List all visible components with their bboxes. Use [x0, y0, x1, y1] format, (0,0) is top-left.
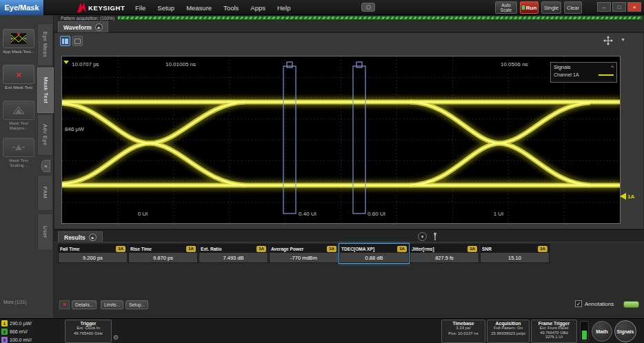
layout-grid-view-button[interactable] [72, 36, 83, 46]
pattern-acquisition-strip: Pattern acquisition: (100%) [58, 15, 643, 21]
annotation-level-marker: 846 µW [65, 126, 84, 132]
source-badge: 1A [467, 246, 477, 252]
acquisition-status-box[interactable]: Acquisition Full Pattern: On 25.96939023… [487, 320, 530, 343]
mask-test-scaling-icon [3, 138, 34, 157]
left-sidebar: App Mask Test... × Exit Mask Test Mask T… [0, 15, 54, 318]
mask-test-margins-icon [3, 101, 34, 120]
sidebar-tab-adv-eye[interactable]: Adv Eye [37, 114, 53, 156]
menu-measure[interactable]: Measure [186, 4, 212, 12]
restore-icon[interactable]: □ [612, 2, 626, 12]
pin-icon[interactable] [432, 232, 439, 241]
x-label-040ui: 0.40 UI [299, 211, 316, 217]
waveform-panel: ▼ [54, 32, 644, 229]
results-footer: × Details... Limits... Setup... ✓ Annota… [54, 298, 644, 311]
source-badge: 1A [116, 246, 125, 252]
sidebar-tab-user[interactable]: User [37, 214, 53, 251]
legend-title: Signals [554, 64, 571, 70]
menu-setup[interactable]: Setup [157, 4, 174, 12]
app-mask-test-icon [3, 29, 34, 48]
measurement-fall-time[interactable]: Fall Time1A 9.200 ps [58, 244, 128, 263]
pattern-acquisition-progress-bar [117, 16, 643, 20]
status-bar: 1 290.0 µW/ 2 866 mV/ 3 100.0 mV/ Trigge… [0, 318, 644, 343]
signals-button[interactable]: Signals [614, 320, 636, 342]
eye-diagram: 10.0707 ps 10.01005 ns 10.0506 ns 846 µW… [62, 56, 620, 223]
timebase-status-box[interactable]: Timebase 3.33 ps/ Pos: 10.0137 ns [441, 320, 485, 343]
minimize-icon[interactable]: – [597, 2, 611, 12]
waveform-play-icon[interactable]: ▶ [95, 23, 103, 31]
math-button[interactable]: Math [592, 321, 612, 342]
channel-scale-row[interactable]: 1 290.0 µW/ [1, 320, 32, 327]
signals-legend[interactable]: Signals ^ Channel 1A [550, 62, 617, 83]
mode-button[interactable]: Eye/Mask [0, 0, 44, 15]
measurement-cells: Fall Time1A 9.200 ps Rise Time1A 9.870 p… [58, 244, 550, 263]
frame-trigger-status-box[interactable]: Frame Trigger Ext: Front Panel 49.766470… [531, 320, 577, 343]
source-badge: 1A [538, 246, 547, 252]
menu-tools[interactable]: Tools [223, 4, 239, 12]
layout-single-view-button[interactable] [60, 36, 70, 46]
channel-scale-row[interactable]: 3 100.0 mV/ [1, 336, 32, 343]
sidebar-item-app-mask-test[interactable]: App Mask Test... [2, 29, 35, 54]
legend-channel-swatch [598, 74, 614, 76]
legend-collapse-icon[interactable]: ^ [611, 64, 614, 70]
results-panel: Results ▶ ▾ Fall Time1A 9.200 ps Rise Ti… [54, 229, 644, 318]
menu-file[interactable]: File [135, 4, 145, 12]
x-label-060ui: 0.60 UI [368, 211, 385, 217]
annotations-color-button[interactable] [623, 301, 639, 308]
keysight-logo-icon [77, 3, 86, 12]
menu-apps[interactable]: Apps [250, 4, 265, 12]
legend-channel-label: Channel 1A [554, 72, 579, 77]
sidebar-item-exit-mask-test[interactable]: × Exit Mask Test [2, 65, 35, 90]
x-label-1ui: 1 UI [494, 211, 504, 217]
menu-help[interactable]: Help [277, 4, 291, 12]
annotations-checkbox[interactable]: ✓ [575, 300, 582, 307]
sidebar-item-mask-test-scaling[interactable]: Mask Test Scaling... [2, 138, 35, 168]
pan-tool-icon[interactable] [603, 36, 613, 45]
sidebar-collapse-icon[interactable]: « [41, 160, 50, 172]
auto-scale-button[interactable]: Auto Scale [495, 1, 517, 14]
measurement-rise-time[interactable]: Rise Time1A 9.870 ps [128, 244, 198, 263]
run-button[interactable]: Run [520, 1, 539, 14]
acquisition-level-indicator [580, 321, 589, 342]
tab-waveform[interactable]: Waveform ▶ [58, 21, 108, 32]
source-badge: 1A [327, 246, 336, 252]
x-label-0ui: 0 UI [138, 211, 148, 217]
run-status-icon [522, 6, 525, 10]
sidebar-tab-pam[interactable]: PAM [37, 175, 53, 211]
screenshot-camera-icon[interactable] [361, 3, 375, 12]
channel-scale-row[interactable]: 2 866 mV/ [1, 328, 28, 335]
measurement-ext-ratio[interactable]: Ext. Ratio1A 7.493 dB [199, 244, 268, 263]
tdec-measurement-windows[interactable] [283, 62, 365, 214]
channel-1a-marker[interactable]: 1A [620, 193, 634, 200]
measurement-tdec-oma-xp[interactable]: TDEC[OMA XP]1A 0.88 dB [339, 244, 409, 263]
sidebar-item-mask-test-margins[interactable]: Mask Test Margins... [2, 101, 35, 131]
eye-trace-channel-1a [62, 102, 620, 185]
channel-2-icon: 2 [1, 329, 8, 335]
annotations-toggle[interactable]: ✓ Annotations [575, 300, 614, 307]
single-button[interactable]: Single [541, 1, 561, 14]
measurement-jitter-rms[interactable]: Jitter[rms]1A 827.5 fs [410, 244, 479, 263]
limits-button[interactable]: Limits... [101, 300, 123, 309]
gear-icon[interactable]: ⚙ [113, 334, 119, 341]
channel-1-icon: 1 [1, 320, 8, 326]
setup-button[interactable]: Setup... [125, 300, 148, 309]
results-play-icon[interactable]: ▶ [89, 233, 97, 241]
sidebar-tab-mask-test[interactable]: Mask Test [37, 67, 54, 113]
measurement-average-power[interactable]: Average Power1A -770 mdBm [269, 244, 339, 263]
graticule[interactable]: 10.0707 ps 10.01005 ns 10.0506 ns 846 µW… [61, 56, 621, 224]
sidebar-tab-eye-meas[interactable]: Eye Meas [37, 23, 53, 66]
trigger-status-box[interactable]: Trigger Ext: Clock In 49.765400 GHz [65, 320, 112, 343]
details-button[interactable]: Details... [72, 300, 97, 309]
acquisition-level-fill [582, 331, 587, 340]
more-apps-button[interactable]: More (1/21) [3, 300, 27, 304]
clear-button[interactable]: Clear [564, 1, 582, 14]
delete-measurement-icon[interactable]: × [59, 300, 70, 309]
toolbar-dropdown-icon[interactable]: ▼ [621, 37, 625, 42]
results-tab[interactable]: Results ▶ [58, 231, 103, 242]
measurement-snr[interactable]: SNR1A 15.10 [480, 244, 550, 263]
pattern-acquisition-label: Pattern acquisition: (100%) [58, 16, 117, 21]
source-badge: 1A [186, 246, 196, 252]
annotation-top-left: 10.0707 ps [72, 61, 99, 67]
exit-mask-test-icon: × [3, 65, 34, 84]
results-collapse-icon[interactable]: ▾ [418, 232, 427, 241]
close-icon[interactable]: × [627, 2, 641, 12]
